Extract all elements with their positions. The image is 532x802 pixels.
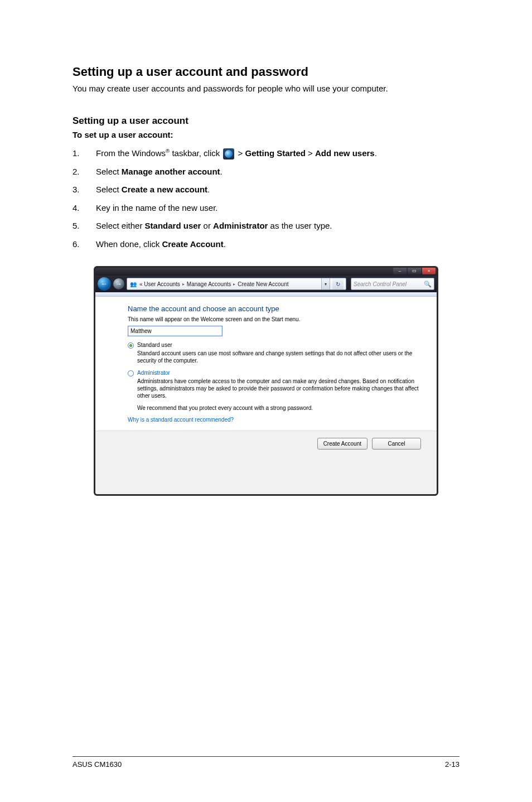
step-content: From the Windows® taskbar, click > Getti… (96, 147, 460, 160)
nav-forward-button[interactable]: → (113, 278, 124, 289)
step-number: 3. (72, 183, 96, 196)
dialog-heading: Name the account and choose an account t… (128, 305, 429, 313)
radio-icon (128, 370, 134, 376)
step-number: 1. (72, 147, 96, 160)
chevron-right-icon: ▸ (233, 282, 235, 287)
dialog-subline: This name will appear on the Welcome scr… (128, 316, 429, 322)
step-item: 5. Select either Standard user or Admini… (72, 220, 460, 233)
administrator-description: Administrators have complete access to t… (137, 378, 429, 399)
sub-label: To set up a user account: (72, 130, 460, 139)
search-placeholder: Search Control Panel (354, 281, 407, 287)
window-titlebar: – ▭ × (95, 268, 437, 276)
search-icon: 🔍 (424, 281, 432, 288)
radio-icon (128, 342, 134, 349)
step-number: 5. (72, 220, 96, 233)
step-item: 3. Select Create a new account. (72, 183, 460, 196)
recommendation-text: We recommend that you protect every acco… (137, 405, 429, 411)
close-button[interactable]: × (422, 268, 436, 274)
why-standard-link[interactable]: Why is a standard account recommended? (128, 417, 429, 423)
step-number: 4. (72, 202, 96, 215)
chevron-right-icon: ▸ (182, 282, 185, 287)
create-account-button[interactable]: Create Account (317, 438, 367, 450)
step-item: 4. Key in the name of the new user. (72, 202, 460, 215)
menu-bar (95, 292, 437, 297)
step-item: 6. When done, click Create Account. (72, 238, 460, 251)
breadcrumb[interactable]: 👥 « User Accounts ▸ Manage Accounts ▸ Cr… (127, 278, 346, 290)
account-name-input[interactable] (128, 326, 223, 336)
dialog-button-bar: Create Account Cancel (95, 431, 437, 494)
section-title: Setting up a user account and password (72, 65, 460, 79)
step-content: Key in the name of the new user. (96, 202, 460, 215)
intro-text: You may create user accounts and passwor… (72, 84, 460, 93)
step-item: 2. Select Manage another account. (72, 166, 460, 178)
breadcrumb-part: Create New Account (238, 281, 288, 287)
breadcrumb-part: « User Accounts (139, 281, 180, 287)
maximize-button[interactable]: ▭ (408, 268, 421, 274)
radio-label: Standard user (137, 342, 172, 348)
footer-right: 2-13 (445, 760, 460, 769)
search-input[interactable]: Search Control Panel 🔍 (351, 278, 434, 290)
breadcrumb-dropdown[interactable]: ▾ (321, 278, 330, 289)
footer-left: ASUS CM1630 (72, 760, 122, 769)
steps-list: 1. From the Windows® taskbar, click > Ge… (72, 147, 460, 250)
start-menu-icon (223, 148, 234, 160)
cancel-button[interactable]: Cancel (372, 438, 421, 450)
step-number: 2. (72, 166, 96, 178)
user-accounts-icon: 👥 (129, 280, 137, 288)
standard-user-description: Standard account users can use most soft… (137, 350, 429, 364)
radio-label: Administrator (137, 370, 170, 376)
step-number: 6. (72, 238, 96, 251)
document-page: Setting up a user account and password Y… (0, 0, 532, 496)
page-footer: ASUS CM1630 2-13 (72, 756, 460, 769)
radio-administrator[interactable]: Administrator (128, 370, 429, 376)
nav-back-button[interactable]: ← (98, 277, 111, 291)
navigation-bar: ← → 👥 « User Accounts ▸ Manage Accounts … (95, 276, 437, 292)
subsection-title: Setting up a user account (72, 115, 460, 127)
create-account-window: – ▭ × ← → 👥 « User Accounts ▸ Manage Acc… (94, 266, 438, 496)
step-content: When done, click Create Account. (96, 238, 460, 251)
refresh-button[interactable]: ↻ (332, 278, 344, 289)
minimize-button[interactable]: – (393, 268, 407, 274)
radio-standard-user[interactable]: Standard user (128, 342, 429, 349)
step-content: Select Create a new account. (96, 183, 460, 196)
step-item: 1. From the Windows® taskbar, click > Ge… (72, 147, 460, 160)
step-content: Select either Standard user or Administr… (96, 220, 460, 233)
dialog-content: Name the account and choose an account t… (95, 297, 437, 431)
step-content: Select Manage another account. (96, 166, 460, 178)
breadcrumb-part: Manage Accounts (187, 281, 231, 287)
